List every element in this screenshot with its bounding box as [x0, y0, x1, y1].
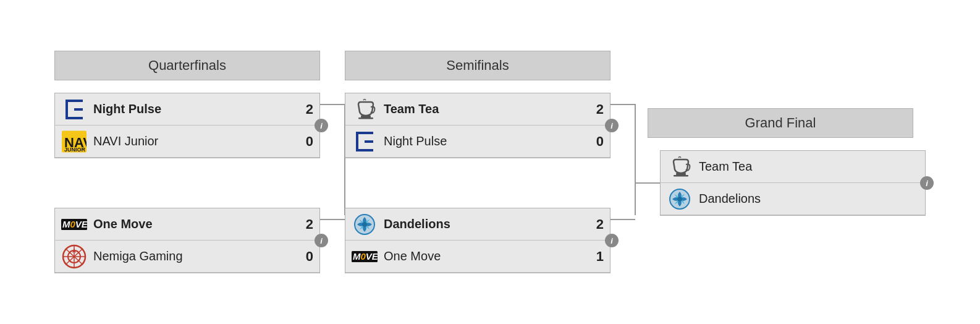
- logo-dandelions-gf: [667, 186, 693, 212]
- team-score: 1: [589, 249, 604, 265]
- table-row: Team Tea: [661, 151, 925, 183]
- logo-dandelions: [352, 211, 378, 237]
- team-name: Team Tea: [384, 102, 589, 116]
- svg-text:M0VE: M0VE: [62, 219, 87, 229]
- team-score: 2: [298, 216, 313, 232]
- match-qf2: M0VE One Move 2: [54, 208, 320, 273]
- info-badge-sf2[interactable]: i: [605, 234, 619, 247]
- quarterfinals-header: Quarterfinals: [54, 51, 320, 80]
- match-qf1: Night Pulse 2 NAVI JUNIOR NAVI Junior 0 …: [54, 93, 320, 158]
- team-name: One Move: [384, 249, 589, 263]
- logo-night-pulse-sf: [352, 129, 378, 155]
- round-semifinals: Semifinals Team Tea 2: [345, 51, 610, 273]
- table-row: Dandelions 2: [345, 208, 610, 241]
- match-sf2: Dandelions 2 M0VE One Move 1 i: [345, 208, 610, 273]
- logo-night-pulse: [61, 96, 87, 122]
- team-score: 2: [589, 216, 604, 232]
- svg-rect-3: [65, 117, 83, 119]
- connector-bottom: [320, 219, 345, 220]
- team-name: Team Tea: [699, 160, 919, 174]
- connector-top-sf: [610, 104, 635, 105]
- round-quarterfinals: Quarterfinals Night Pulse 2: [54, 51, 320, 273]
- svg-rect-27: [676, 173, 686, 175]
- svg-rect-16: [361, 116, 371, 117]
- quarterfinals-matches: Night Pulse 2 NAVI JUNIOR NAVI Junior 0 …: [54, 93, 320, 273]
- table-row: Night Pulse 0: [345, 126, 610, 158]
- team-name: NAVI Junior: [93, 134, 298, 148]
- svg-rect-2: [74, 108, 83, 111]
- h-line: [610, 104, 635, 105]
- info-badge-qf2[interactable]: i: [315, 234, 328, 247]
- semifinals-header: Semifinals: [345, 51, 610, 80]
- logo-one-move-sf: M0VE: [352, 244, 378, 270]
- logo-one-move: M0VE: [61, 211, 87, 237]
- svg-point-24: [362, 222, 367, 227]
- connector-top: [320, 104, 345, 105]
- v-line: [635, 104, 636, 215]
- svg-rect-28: [674, 175, 688, 177]
- h-line: [320, 219, 345, 220]
- h-line: [320, 104, 345, 105]
- svg-rect-1: [65, 100, 83, 102]
- team-name: Nemiga Gaming: [93, 249, 298, 263]
- logo-navi-junior: NAVI JUNIOR: [61, 129, 87, 155]
- svg-rect-21: [356, 149, 373, 151]
- info-badge-sf1[interactable]: i: [605, 119, 619, 132]
- team-name: Night Pulse: [93, 102, 298, 116]
- team-name: Night Pulse: [384, 134, 589, 148]
- logo-nemiga: [61, 244, 87, 270]
- svg-rect-20: [365, 140, 373, 143]
- table-row: M0VE One Move 1: [345, 241, 610, 273]
- team-score: 2: [298, 101, 313, 117]
- grand-final-header: Grand Final: [648, 108, 913, 138]
- team-score: 2: [589, 101, 604, 117]
- info-badge-gf[interactable]: i: [920, 176, 934, 190]
- team-score: 0: [298, 249, 313, 265]
- team-name: Dandelions: [699, 192, 919, 206]
- bracket-container: Quarterfinals Night Pulse 2: [36, 38, 944, 286]
- svg-rect-17: [358, 117, 373, 119]
- team-score: 0: [298, 134, 313, 150]
- logo-team-tea-gf: [667, 154, 693, 180]
- round-grand-final: Grand Final Team Tea: [635, 108, 926, 216]
- table-row: Night Pulse 2: [55, 93, 319, 126]
- svg-text:M0VE: M0VE: [353, 251, 378, 262]
- match-gf: Team Tea: [660, 150, 926, 216]
- svg-rect-18: [356, 132, 358, 151]
- svg-rect-0: [65, 100, 68, 119]
- table-row: M0VE One Move 2: [55, 208, 319, 241]
- info-badge-qf1[interactable]: i: [315, 119, 328, 132]
- semifinals-matches: Team Tea 2 Night Pulse 0 i: [345, 93, 610, 273]
- table-row: Team Tea 2: [345, 93, 610, 126]
- team-score: 0: [589, 134, 604, 150]
- grand-final-match-wrapper: Team Tea: [635, 150, 926, 216]
- team-name: One Move: [93, 217, 298, 231]
- gf-left-connector: [635, 182, 660, 184]
- connector-bottom-sf: [610, 219, 635, 220]
- team-name: Dandelions: [384, 217, 589, 231]
- svg-rect-19: [356, 132, 373, 134]
- svg-text:JUNIOR: JUNIOR: [64, 146, 86, 152]
- logo-team-tea: [352, 96, 378, 122]
- table-row: NAVI JUNIOR NAVI Junior 0: [55, 126, 319, 158]
- match-sf1: Team Tea 2 Night Pulse 0 i: [345, 93, 610, 158]
- h-line: [610, 219, 635, 220]
- table-row: Nemiga Gaming 0: [55, 241, 319, 273]
- svg-point-31: [677, 197, 682, 202]
- table-row: Dandelions: [661, 183, 925, 215]
